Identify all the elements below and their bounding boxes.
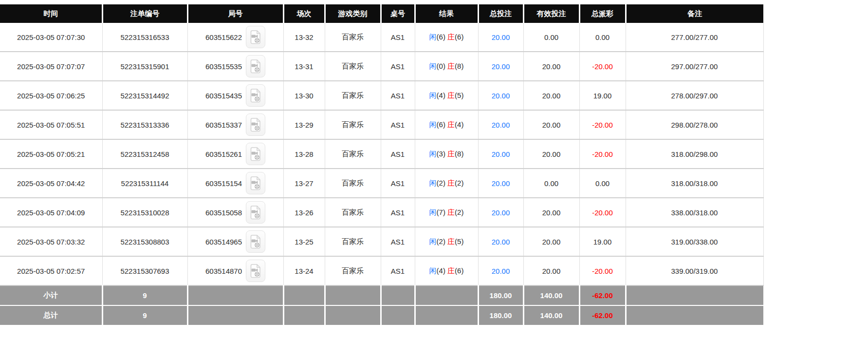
subtotal-row-cell-total_bet: 180.00 [478,285,523,305]
total-bet-link[interactable]: 20.00 [492,208,510,217]
cell-session: 13-24 [283,256,325,285]
cell-table_no: AS1 [381,139,415,169]
cell-total_bet: 20.00 [478,198,523,227]
banker-label: 庄 [447,150,455,158]
cell-result: 闲(0) 庄(8) [415,52,478,81]
cell-result: 闲(2) 庄(2) [415,169,478,198]
cell-round_id: 603515535 [187,52,283,81]
cell-total_bet: 20.00 [478,110,523,139]
player-label: 闲 [429,33,437,41]
banker-score: (4) [455,120,463,129]
total-bet-link[interactable]: 20.00 [492,33,510,41]
video-replay-button[interactable] [246,26,265,48]
cell-game_type: 百家乐 [325,52,381,81]
banker-score: (8) [455,62,463,70]
video-replay-button[interactable] [246,260,265,282]
cell-session: 13-30 [283,81,325,110]
player-label: 闲 [429,208,437,216]
col-header-session: 场次 [283,4,325,23]
video-replay-button[interactable] [246,201,265,224]
col-header-remark: 备注 [626,4,763,23]
cell-total_payout: -20.00 [579,52,626,81]
cell-total_payout: 0.00 [579,23,626,52]
cell-table_no: AS1 [381,110,415,139]
player-score: (2) [437,179,448,187]
round-number: 603514965 [205,238,242,246]
video-replay-button[interactable] [246,84,265,107]
total-bet-link[interactable]: 20.00 [492,62,510,71]
video-replay-button[interactable] [246,143,265,165]
player-label: 闲 [429,62,437,70]
cell-result: 闲(7) 庄(2) [415,198,478,227]
total-bet-link[interactable]: 20.00 [492,150,510,158]
subtotal-row-cell-bet_id: 9 [102,285,187,305]
video-replay-button[interactable] [246,113,265,136]
cell-total_payout: -20.00 [579,110,626,139]
round-number: 603515435 [205,92,242,100]
banker-label: 庄 [447,179,455,187]
cell-game_type: 百家乐 [325,139,381,169]
video-replay-button[interactable] [246,230,265,253]
subtotal-row-cell-valid_bet: 140.00 [523,285,579,305]
banker-score: (8) [455,150,463,158]
cell-round_id: 603515435 [187,81,283,110]
col-header-time: 时间 [0,4,102,23]
film-icon [249,205,262,220]
cell-remark: 338.00/318.00 [626,198,763,227]
cell-game_type: 百家乐 [325,110,381,139]
round-number: 603515337 [205,121,242,129]
table-row: 2025-03-05 07:02:57522315307693603514870… [0,256,763,285]
total-bet-link[interactable]: 20.00 [492,238,510,246]
cell-result: 闲(6) 庄(4) [415,110,478,139]
cell-session: 13-31 [283,52,325,81]
grand-total-row-cell-time: 总计 [0,305,102,325]
player-score: (4) [437,266,448,275]
round-number: 603515261 [205,150,242,158]
cell-total_payout: 19.00 [579,227,626,256]
table-footer: 小计9180.00140.00-62.00总计9180.00140.00-62.… [0,285,763,325]
total-bet-link[interactable]: 20.00 [492,267,510,275]
player-label: 闲 [429,150,437,158]
col-header-total_bet: 总投注 [478,4,523,23]
film-icon [249,264,262,278]
cell-remark: 298.00/278.00 [626,110,763,139]
video-replay-button[interactable] [246,55,265,77]
betting-records-table: 时间注单编号局号场次游戏类别桌号结果总投注有效投注总派彩备注 2025-03-0… [0,4,764,325]
total-bet-link[interactable]: 20.00 [492,179,510,188]
player-label: 闲 [429,120,437,129]
video-replay-button[interactable] [246,172,265,194]
banker-score: (6) [455,266,463,275]
grand-total-row: 总计9180.00140.00-62.00 [0,305,763,325]
cell-bet_id: 522315313336 [102,110,187,139]
cell-session: 13-27 [283,169,325,198]
col-header-bet_id: 注单编号 [102,4,187,23]
table-row: 2025-03-05 07:05:51522315313336603515337… [0,110,763,139]
cell-session: 13-25 [283,227,325,256]
cell-table_no: AS1 [381,81,415,110]
subtotal-row-cell-round_id [187,285,283,305]
round-id-wrap: 603515058 [205,201,265,224]
grand-total-row-cell-bet_id: 9 [102,305,187,325]
cell-session: 13-26 [283,198,325,227]
table-body: 2025-03-05 07:07:30522315316533603515622… [0,23,763,285]
banker-label: 庄 [447,62,455,70]
col-header-valid_bet: 有效投注 [523,4,579,23]
banker-score: (6) [455,33,463,41]
cell-bet_id: 522315312458 [102,139,187,169]
total-bet-link[interactable]: 20.00 [492,121,510,129]
subtotal-row-cell-remark [626,285,763,305]
cell-time: 2025-03-05 07:03:32 [0,227,102,256]
round-id-wrap: 603514965 [205,230,265,253]
cell-time: 2025-03-05 07:07:30 [0,23,102,52]
cell-remark: 277.00/277.00 [626,23,763,52]
cell-game_type: 百家乐 [325,23,381,52]
col-header-round_id: 局号 [187,4,283,23]
banker-score: (5) [455,237,463,246]
grand-total-row-cell-session [283,305,325,325]
table-header: 时间注单编号局号场次游戏类别桌号结果总投注有效投注总派彩备注 [0,4,763,23]
total-bet-link[interactable]: 20.00 [492,92,510,100]
cell-total_bet: 20.00 [478,52,523,81]
round-id-wrap: 603515261 [205,143,265,165]
cell-bet_id: 522315307693 [102,256,187,285]
player-label: 闲 [429,266,437,275]
